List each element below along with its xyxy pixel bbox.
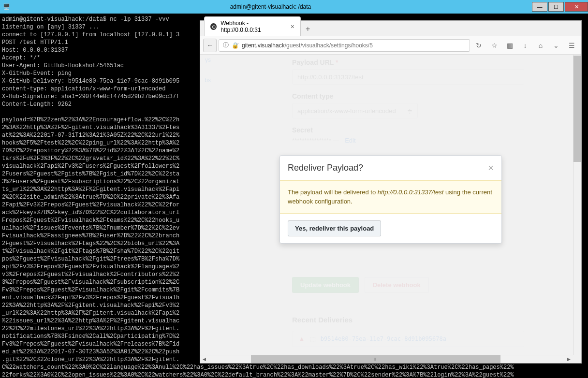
modal-overlay: Redeliver Payload? × The payload will be… [200, 55, 581, 363]
scroll-corner [573, 355, 581, 363]
tab-close-icon[interactable]: × [291, 23, 294, 30]
downloads-icon[interactable]: ↓ [518, 39, 532, 52]
putty-icon: 🖥️ [3, 3, 10, 10]
modal-body: The payload will be delivered to http://… [280, 180, 501, 214]
window-title: admin@gitent-visualhack: /data [10, 3, 531, 10]
tab-title: Webhook - http://0.0.0.0:31 [220, 20, 287, 33]
window-controls: — ☐ ✕ [531, 2, 588, 12]
hscroll-thumb[interactable]: ⦀ [251, 355, 500, 363]
menu-icon[interactable]: ☰ [565, 39, 578, 52]
scroll-right-icon[interactable]: ▶ [565, 355, 573, 363]
modal-title: Redeliver Payload? [288, 163, 363, 173]
maximize-button[interactable]: ☐ [548, 2, 564, 12]
vscroll-thumb[interactable] [573, 56, 581, 162]
back-button[interactable]: ← [203, 39, 217, 52]
redeliver-modal: Redeliver Payload? × The payload will be… [279, 155, 502, 244]
modal-close-icon[interactable]: × [488, 162, 494, 174]
insecure-lock-icon: 🔒̸ [232, 42, 239, 49]
url-path: /guest/visualhack/settings/hooks/5 [285, 42, 373, 49]
address-bar-row: ← ⓘ 🔒̸ gitent.visualhack/guest/visualhac… [200, 36, 581, 55]
info-icon: ⓘ [223, 41, 229, 49]
tab-strip: ⊙ Webhook - http://0.0.0.0:31 × + [200, 21, 581, 36]
refresh-button[interactable]: ↻ [472, 39, 485, 52]
new-tab-button[interactable]: + [301, 22, 315, 36]
horizontal-scrollbar[interactable]: ◀ ⦀ ▶ [200, 355, 573, 363]
scroll-left-icon[interactable]: ◀ [200, 355, 208, 363]
github-icon: ⊙ [210, 23, 217, 30]
home-icon[interactable]: ⌂ [534, 39, 547, 52]
minimize-button[interactable]: — [532, 2, 547, 12]
address-bar[interactable]: ⓘ 🔒̸ gitent.visualhack/guest/visualhack/… [219, 39, 470, 52]
url-host: gitent.visualhack [242, 42, 285, 49]
redeliver-confirm-button[interactable]: Yes, redeliver this payload [288, 220, 381, 236]
library-icon[interactable]: ▥ [503, 39, 516, 52]
window-titlebar: 🖥️ admin@gitent-visualhack: /data — ☐ ✕ [0, 0, 588, 14]
browser-viewport: ys bs Payload URL * Content type applica… [200, 55, 581, 363]
close-button[interactable]: ✕ [565, 2, 588, 12]
vertical-scrollbar[interactable] [573, 55, 581, 355]
browser-window: ⊙ Webhook - http://0.0.0.0:31 × + ← ⓘ 🔒̸… [200, 20, 582, 363]
browser-tab[interactable]: ⊙ Webhook - http://0.0.0.0:31 × [204, 16, 301, 36]
pocket-icon[interactable]: ⌄ [549, 39, 563, 52]
bookmark-star-icon[interactable]: ☆ [487, 39, 501, 52]
